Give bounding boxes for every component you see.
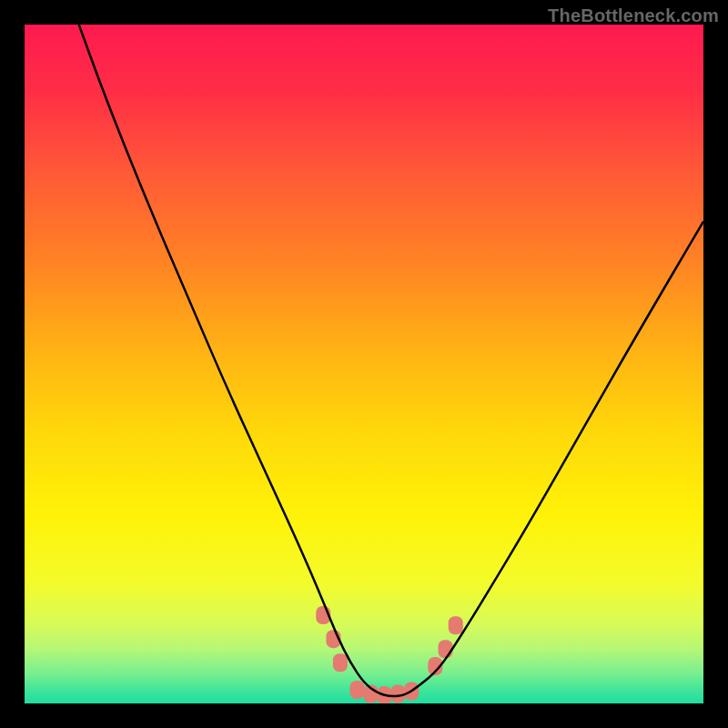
curve-marker: [350, 681, 365, 699]
chart-frame: TheBottleneck.com: [0, 0, 728, 728]
curve-marker: [449, 616, 463, 634]
curve-marker: [439, 640, 453, 658]
bottleneck-curve: [79, 25, 703, 696]
marker-group: [316, 606, 462, 703]
curve-layer: [25, 25, 703, 703]
watermark-text: TheBottleneck.com: [548, 5, 719, 26]
plot-area: [25, 25, 703, 703]
curve-marker: [333, 653, 348, 672]
